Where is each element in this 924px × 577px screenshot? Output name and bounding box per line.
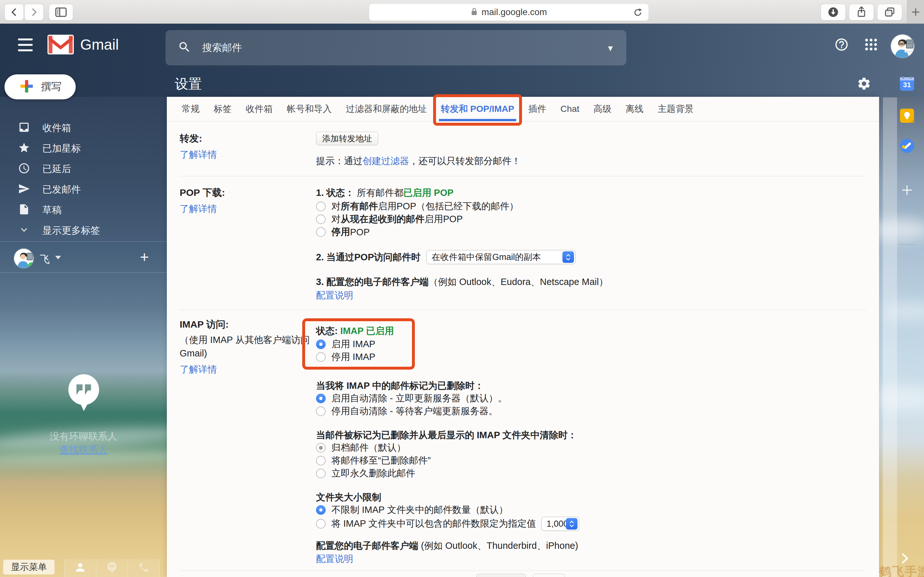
- hangouts-tab[interactable]: [96, 559, 128, 577]
- radio-option-auto-expunge-off[interactable]: 停用自动清除 - 等待客户端更新服务器。: [316, 405, 866, 418]
- search-options-caret-icon[interactable]: ▾: [608, 42, 613, 53]
- side-panel-add-icon[interactable]: [900, 183, 914, 197]
- new-tab-button[interactable]: +: [907, 0, 924, 23]
- address-bar[interactable]: mail.google.com: [369, 3, 649, 21]
- imap-limit-select[interactable]: 1,000: [541, 517, 579, 531]
- hangouts-icon: [106, 561, 118, 575]
- user-avatar[interactable]: [14, 249, 33, 268]
- keep-icon[interactable]: [900, 108, 914, 123]
- radio-icon[interactable]: [316, 352, 326, 362]
- radio-option-archive-message[interactable]: 归档邮件（默认）: [316, 442, 866, 454]
- imap-client-paren: (例如 Outlook、Thunderbird、iPhone): [418, 540, 578, 551]
- browser-forward-button[interactable]: [24, 4, 44, 21]
- pop-config-instructions-link[interactable]: 配置说明: [316, 290, 353, 300]
- radio-icon[interactable]: [316, 519, 326, 529]
- pop-client-paren: （例如 Outlook、Eudora、Netscape Mail）: [429, 277, 608, 287]
- phone-tab[interactable]: [128, 559, 160, 577]
- radio-option-imap-enable[interactable]: 启用 IMAP: [316, 338, 394, 351]
- compose-button[interactable]: 撰写: [5, 74, 76, 99]
- radio-selected-gray-icon[interactable]: [316, 443, 326, 453]
- star-icon: [18, 142, 30, 155]
- option-text-bold: 停用: [331, 226, 350, 239]
- reload-button[interactable]: [632, 7, 643, 19]
- tab-accounts-import[interactable]: 帐号和导入: [285, 97, 334, 121]
- share-button[interactable]: [849, 4, 874, 21]
- tab-inbox[interactable]: 收件箱: [244, 97, 275, 121]
- main-menu-button[interactable]: [18, 39, 33, 51]
- sidebar: 撰写 收件箱 已加星标 已延后 已发邮件 草稿: [0, 71, 167, 577]
- settings-content: 转发: 了解详情 添加转发地址 提示：通过创建过滤器，还可以只转发部分邮件！ P…: [167, 131, 879, 577]
- radio-option-no-limit[interactable]: 不限制 IMAP 文件夹中的邮件数量（默认）: [316, 504, 866, 516]
- imap-learn-more-link[interactable]: 了解详情: [180, 363, 316, 376]
- apps-grid-button[interactable]: [864, 38, 878, 53]
- radio-icon[interactable]: [316, 406, 326, 416]
- chevron-down-icon: [18, 224, 30, 237]
- radio-option-pop-disable[interactable]: 停用POP: [316, 226, 866, 239]
- help-button[interactable]: [834, 37, 849, 53]
- radio-icon[interactable]: [316, 456, 326, 466]
- browser-sidebar-toggle-button[interactable]: [49, 4, 73, 21]
- account-avatar[interactable]: [891, 35, 914, 58]
- sidebar-panel-icon: [55, 6, 67, 18]
- tab-chat[interactable]: Chat: [559, 97, 582, 121]
- gmail-logo-icon[interactable]: [47, 35, 74, 56]
- tab-offline[interactable]: 离线: [624, 97, 646, 121]
- sidebar-item-label: 收件箱: [42, 121, 71, 135]
- radio-option-pop-from-now[interactable]: 对从现在起收到的邮件启用POP: [316, 213, 866, 226]
- sidebar-item-inbox[interactable]: 收件箱: [0, 118, 167, 138]
- save-changes-button[interactable]: 保存更改: [477, 574, 526, 577]
- user-caret-icon[interactable]: [55, 256, 61, 259]
- sidebar-item-more-labels[interactable]: 显示更多标签: [0, 220, 167, 241]
- section-divider: [180, 309, 866, 310]
- pop-when-select[interactable]: 在收件箱中保留Gmail的副本: [426, 250, 575, 264]
- radio-selected-icon[interactable]: [316, 394, 326, 403]
- forwarding-learn-more-link[interactable]: 了解详情: [180, 148, 316, 161]
- sidebar-item-sent[interactable]: 已发邮件: [0, 179, 167, 200]
- radio-selected-icon[interactable]: [316, 505, 326, 515]
- option-text: 启用自动清除 - 立即更新服务器（默认）。: [331, 392, 507, 405]
- calendar-icon[interactable]: 31: [900, 76, 914, 91]
- contacts-tab[interactable]: [64, 559, 96, 577]
- tab-themes[interactable]: 主题背景: [656, 97, 696, 121]
- radio-option-limit-to[interactable]: 将 IMAP 文件夹中可以包含的邮件数限定为指定值 1,000: [316, 516, 866, 531]
- radio-option-auto-expunge-on[interactable]: 启用自动清除 - 立即更新服务器（默认）。: [316, 392, 866, 405]
- radio-icon[interactable]: [316, 214, 326, 224]
- active-tab-underline: [439, 119, 516, 121]
- create-filter-link[interactable]: 创建过滤器: [363, 156, 409, 166]
- tab-overview-button[interactable]: [877, 4, 902, 21]
- radio-icon[interactable]: [316, 201, 326, 211]
- radio-option-pop-all-mail[interactable]: 对所有邮件启用POP（包括已经下载的邮件）: [316, 200, 866, 213]
- tab-advanced[interactable]: 高级: [591, 97, 614, 121]
- settings-gear-icon[interactable]: [857, 76, 871, 92]
- compose-label: 撰写: [41, 80, 61, 94]
- radio-option-imap-disable[interactable]: 停用 IMAP: [316, 351, 394, 364]
- cancel-button[interactable]: 取消: [533, 574, 565, 577]
- select-stepper-icon: [562, 251, 574, 263]
- tasks-icon[interactable]: [900, 139, 914, 153]
- radio-icon[interactable]: [316, 227, 326, 237]
- radio-option-move-to-trash[interactable]: 将邮件移至“已删除邮件”: [316, 454, 866, 467]
- add-forwarding-address-button[interactable]: 添加转发地址: [316, 132, 378, 145]
- tab-general[interactable]: 常规: [180, 97, 202, 121]
- radio-icon[interactable]: [316, 469, 326, 478]
- tab-forwarding-pop-imap[interactable]: 转发和 POP/IMAP: [439, 97, 516, 121]
- tab-addons[interactable]: 插件: [527, 97, 548, 121]
- option-text: 立即永久删除此邮件: [331, 467, 415, 480]
- browser-back-button[interactable]: [5, 4, 24, 21]
- search-input[interactable]: 搜索邮件 ▾: [166, 30, 626, 65]
- sidebar-item-starred[interactable]: 已加星标: [0, 138, 167, 159]
- sidebar-item-drafts[interactable]: 草稿: [0, 200, 167, 220]
- radio-selected-icon[interactable]: [316, 340, 326, 349]
- new-chat-button[interactable]: +: [140, 248, 149, 266]
- tab-filters-blocked[interactable]: 过滤器和屏蔽的地址: [344, 97, 429, 121]
- radio-option-delete-forever[interactable]: 立即永久删除此邮件: [316, 467, 866, 480]
- sidebar-item-snoozed[interactable]: 已延后: [0, 159, 167, 179]
- downloads-button[interactable]: [821, 4, 846, 21]
- show-menu-button[interactable]: 显示菜单: [3, 560, 55, 574]
- user-name[interactable]: 飞: [40, 253, 50, 266]
- tab-labels[interactable]: 标签: [212, 97, 234, 121]
- imap-config-instructions-link[interactable]: 配置说明: [316, 554, 353, 564]
- select-value: 在收件箱中保留Gmail的副本: [432, 251, 541, 263]
- pop-learn-more-link[interactable]: 了解详情: [180, 202, 316, 215]
- hangouts-find-contacts-link[interactable]: 查找联系人: [0, 443, 167, 456]
